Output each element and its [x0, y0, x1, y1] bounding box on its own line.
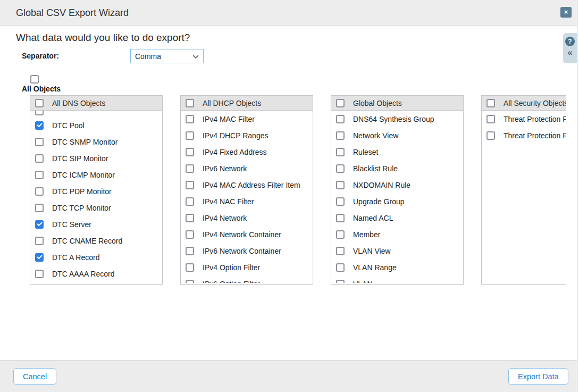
list-item: Blacklist Rule: [331, 160, 463, 177]
list-item: NXDOMAIN Rule: [331, 177, 463, 193]
unchecked-checkbox[interactable]: [186, 197, 194, 206]
separator-dropdown[interactable]: Comma: [130, 49, 204, 63]
check-icon: [37, 255, 43, 260]
list-item-label: IPv4 Option Filter: [203, 263, 260, 272]
list-item: Named ACL: [331, 210, 463, 226]
unchecked-checkbox[interactable]: [35, 187, 44, 196]
list-item: DTC Server: [30, 216, 162, 232]
help-icon[interactable]: ?: [565, 37, 575, 46]
list-item-label: DTC Server: [52, 220, 91, 229]
unchecked-checkbox[interactable]: [186, 230, 194, 239]
unchecked-checkbox[interactable]: [186, 214, 194, 222]
wizard-question: What data would you like to do export?: [16, 32, 190, 44]
list-item-label: VLAN: [353, 280, 373, 283]
check-icon: [37, 123, 43, 128]
separator-selected-value: Comma: [135, 52, 192, 61]
right-edge-divider: [577, 0, 577, 392]
unchecked-checkbox[interactable]: [35, 138, 44, 146]
close-icon[interactable]: ×: [560, 7, 572, 18]
unchecked-checkbox[interactable]: [35, 154, 44, 163]
list-item-label: Ruleset: [353, 148, 378, 156]
cancel-button[interactable]: Cancel: [13, 368, 56, 385]
unchecked-checkbox[interactable]: [186, 131, 194, 140]
unchecked-checkbox[interactable]: [186, 247, 194, 255]
list-item-label: DTC SIP Monitor: [52, 154, 108, 163]
unchecked-checkbox[interactable]: [336, 181, 345, 189]
list-item-label: IPv6 Option Filter: [203, 280, 260, 283]
column-header: All DNS Objects: [30, 96, 162, 111]
list-item: DNS64 Synthesis Group: [331, 111, 463, 127]
object-column-2: Global ObjectsDNS64 Synthesis GroupNetwo…: [331, 95, 464, 285]
checked-checkbox[interactable]: [35, 253, 44, 262]
checked-checkbox[interactable]: [35, 220, 44, 229]
collapse-panel-icon[interactable]: «: [567, 48, 572, 57]
list-item: Threat Protection Ruleset: [482, 111, 566, 127]
list-item: Network View: [331, 127, 463, 144]
column-header: Global Objects: [331, 96, 463, 111]
list-item-label: DTC CNAME Record: [52, 237, 122, 245]
list-item-label: Upgrade Group: [353, 197, 405, 206]
column-header-label: All DHCP Objects: [203, 99, 261, 107]
list-item-label: DNS64 Synthesis Group: [353, 115, 434, 123]
unchecked-checkbox[interactable]: [336, 164, 345, 173]
csv-export-wizard-dialog: Global CSV Export Wizard × What data wou…: [0, 0, 579, 392]
list-item-label: IPv4 Network: [203, 214, 247, 222]
all-objects-label: All Objects: [22, 85, 61, 93]
unchecked-checkbox[interactable]: [35, 111, 44, 115]
list-item: VLAN Range: [331, 259, 463, 276]
unchecked-checkbox[interactable]: [186, 263, 194, 272]
unchecked-checkbox[interactable]: [186, 148, 194, 156]
unchecked-checkbox[interactable]: [336, 247, 345, 255]
unchecked-checkbox[interactable]: [336, 148, 345, 156]
checked-checkbox[interactable]: [35, 121, 44, 130]
unchecked-checkbox[interactable]: [486, 115, 495, 123]
list-item: Upgrade Group: [331, 193, 463, 210]
unchecked-checkbox[interactable]: [336, 115, 345, 123]
list-item: Threat Protection Rule: [482, 127, 566, 144]
export-data-button[interactable]: Export Data: [508, 368, 568, 385]
unchecked-checkbox[interactable]: [35, 237, 44, 245]
list-item-label: DTC A Record: [52, 253, 99, 262]
unchecked-checkbox[interactable]: [186, 115, 194, 123]
list-item-label: IPv4 MAC Filter: [203, 115, 255, 123]
unchecked-checkbox[interactable]: [186, 99, 194, 107]
unchecked-checkbox[interactable]: [486, 131, 495, 140]
unchecked-checkbox[interactable]: [486, 99, 495, 107]
column-list: Threat Protection RulesetThreat Protecti…: [482, 111, 566, 283]
unchecked-checkbox[interactable]: [336, 230, 345, 239]
list-item: IPv4 MAC Filter: [181, 111, 313, 127]
unchecked-checkbox[interactable]: [186, 164, 194, 173]
list-item-label: DTC PDP Monitor: [52, 187, 112, 196]
unchecked-checkbox[interactable]: [336, 214, 345, 222]
list-item-label: DTC TCP Monitor: [52, 204, 111, 212]
unchecked-checkbox[interactable]: [336, 280, 345, 283]
unchecked-checkbox[interactable]: [35, 99, 44, 107]
list-item: IPv4 NAC Filter: [181, 193, 313, 210]
list-item: IPv4 DHCP Ranges: [181, 127, 313, 144]
unchecked-checkbox[interactable]: [186, 280, 194, 283]
unchecked-checkbox[interactable]: [35, 270, 44, 278]
unchecked-checkbox[interactable]: [35, 171, 44, 179]
list-item: DTC SNMP Monitor: [30, 134, 162, 150]
list-item-label: Blacklist Rule: [353, 164, 398, 173]
list-item: [30, 111, 162, 117]
list-item: Member: [331, 226, 463, 243]
column-header-label: Global Objects: [353, 99, 402, 107]
all-objects-checkbox[interactable]: [30, 75, 39, 84]
column-header-label: All Security Objects: [504, 99, 566, 107]
unchecked-checkbox[interactable]: [336, 131, 345, 140]
unchecked-checkbox[interactable]: [336, 99, 345, 107]
list-item: DTC CNAME Record: [30, 232, 162, 249]
object-column-3: All Security ObjectsThreat Protection Ru…: [481, 95, 566, 285]
list-item: DTC Pool: [30, 117, 162, 134]
list-item-label: IPv6 Network: [203, 164, 247, 173]
column-header: All Security Objects: [482, 96, 566, 111]
separator-label: Separator:: [22, 52, 59, 60]
unchecked-checkbox[interactable]: [186, 181, 194, 189]
unchecked-checkbox[interactable]: [35, 204, 44, 212]
list-item: VLAN View: [331, 243, 463, 259]
unchecked-checkbox[interactable]: [336, 263, 345, 272]
list-item-label: NXDOMAIN Rule: [353, 181, 410, 189]
chevron-down-icon: [192, 52, 199, 61]
unchecked-checkbox[interactable]: [336, 197, 345, 206]
